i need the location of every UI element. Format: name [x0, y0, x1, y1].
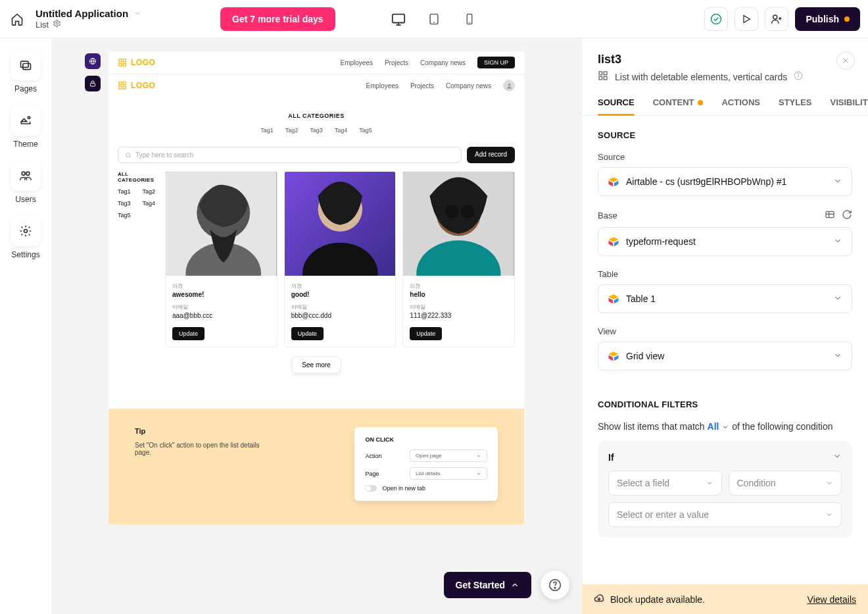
table-select[interactable]: Table 1 — [598, 284, 852, 313]
nav-label: Settings — [11, 250, 39, 259]
tag[interactable]: Tag3 — [310, 127, 323, 134]
update-button[interactable]: Update — [172, 327, 205, 340]
toggle[interactable] — [365, 485, 377, 492]
device-tablet-icon[interactable] — [425, 10, 443, 28]
tag[interactable]: Tag4 — [143, 200, 156, 207]
nav-link[interactable]: Projects — [410, 82, 434, 90]
svg-point-28 — [126, 153, 130, 157]
tip-panel: ON CLICK Action Open page Page List deta… — [354, 427, 498, 501]
nav-label: Pages — [14, 84, 37, 93]
tag[interactable]: Tag2 — [143, 188, 156, 195]
card-field-value: good! — [291, 291, 389, 298]
theme-icon — [11, 105, 41, 136]
info-icon[interactable] — [794, 71, 803, 82]
table-icon[interactable] — [825, 209, 835, 222]
update-button[interactable]: Update — [410, 327, 442, 340]
select-value: Table 1 — [626, 294, 656, 304]
update-button[interactable]: Update — [291, 327, 324, 340]
page-select[interactable]: List details — [410, 467, 487, 480]
section-heading: CONDITIONAL FILTERS — [598, 399, 852, 409]
page-name[interactable]: List — [36, 20, 49, 30]
select-value: typeform-request — [626, 236, 696, 247]
add-user-icon[interactable] — [765, 7, 788, 31]
app-title[interactable]: Untitled Application — [36, 8, 128, 19]
base-select[interactable]: typeform-request — [598, 227, 852, 256]
svg-rect-12 — [23, 64, 31, 70]
tag[interactable]: Tag3 — [118, 200, 131, 207]
svg-rect-41 — [599, 72, 602, 75]
view-select[interactable]: Grid view — [598, 342, 852, 371]
see-more-button[interactable]: See more — [292, 357, 340, 373]
nav-settings[interactable]: Settings — [11, 216, 41, 259]
device-mobile-icon[interactable] — [460, 10, 479, 28]
check-icon[interactable] — [704, 7, 728, 31]
logo-text: LOGO — [131, 81, 155, 90]
nav-users[interactable]: Users — [11, 161, 41, 204]
pages-icon — [11, 50, 41, 80]
card-field-value: bbb@ccc.ddd — [291, 312, 389, 319]
avatar-icon[interactable] — [503, 80, 515, 91]
tab-source[interactable]: SOURCE — [598, 97, 635, 115]
publish-button[interactable]: Publish — [795, 7, 860, 31]
all-categories-heading: ALL CATEGORIES — [118, 113, 515, 119]
get-started-button[interactable]: Get Started — [444, 572, 531, 598]
play-icon[interactable] — [735, 7, 758, 31]
list-card[interactable]: 의견 good! 이메일 bbb@ccc.ddd Update — [284, 171, 397, 347]
close-icon[interactable] — [836, 51, 855, 70]
device-desktop-icon[interactable] — [389, 10, 408, 28]
svg-point-27 — [508, 83, 510, 86]
nav-link[interactable]: Employees — [366, 82, 398, 90]
chevron-down-icon — [721, 423, 729, 431]
nav-theme[interactable]: Theme — [11, 105, 41, 149]
action-select[interactable]: Open page — [410, 449, 487, 462]
tag[interactable]: Tag5 — [118, 212, 131, 218]
nav-link[interactable]: Employees — [340, 59, 372, 66]
svg-point-13 — [28, 116, 30, 118]
tag[interactable]: Tag4 — [335, 127, 348, 134]
tag[interactable]: Tag1 — [260, 127, 274, 134]
list-card[interactable]: 의견 hello 이메일 111@222.333 Update — [402, 171, 515, 347]
add-record-button[interactable]: Add record — [467, 147, 515, 163]
signup-button[interactable]: SIGN UP — [477, 57, 515, 68]
nav-link[interactable]: Company news — [420, 59, 466, 66]
canvas-badge-globe-icon[interactable] — [85, 53, 101, 69]
preview-logo: LOGO — [118, 58, 155, 67]
help-button[interactable] — [541, 571, 569, 600]
nav-link[interactable]: Company news — [446, 82, 491, 90]
search-placeholder: Type here to search — [135, 151, 193, 159]
filter-condition-select[interactable]: Condition — [729, 471, 842, 496]
tag[interactable]: Tag2 — [285, 127, 299, 134]
chevron-down-icon[interactable] — [133, 8, 141, 19]
tab-styles[interactable]: STYLES — [779, 97, 812, 115]
filter-value-input[interactable]: Select or enter a value — [608, 502, 842, 527]
trial-button[interactable]: Get 7 more trial days — [220, 7, 335, 31]
nav-label: Theme — [13, 140, 37, 149]
settings-icon — [11, 216, 41, 246]
chevron-down-icon[interactable] — [832, 451, 842, 463]
nav-link[interactable]: Projects — [385, 59, 408, 66]
search-input[interactable]: Type here to search — [118, 147, 462, 163]
source-select[interactable]: Airtable - cs (usrt9gElRHBOPbWnp) #1 — [598, 167, 852, 196]
tag[interactable]: Tag5 — [359, 127, 372, 134]
svg-point-47 — [798, 74, 799, 74]
grid-icon — [598, 70, 608, 83]
list-card[interactable]: 의견 awesome! 이메일 aaa@bbb.ccc Update — [165, 171, 277, 347]
filter-match-dropdown[interactable]: All — [708, 421, 719, 432]
refresh-icon[interactable] — [842, 209, 852, 222]
card-field-label: 이메일 — [172, 303, 270, 311]
tab-content[interactable]: CONTENT — [653, 97, 704, 115]
gear-icon[interactable] — [53, 19, 61, 30]
tab-actions[interactable]: ACTIONS — [721, 97, 760, 115]
side-all-categories: ALL CATEGORIES — [118, 171, 158, 183]
tag[interactable]: Tag1 — [118, 188, 131, 195]
svg-rect-19 — [119, 59, 122, 62]
svg-rect-22 — [123, 63, 126, 66]
view-details-link[interactable]: View details — [808, 594, 856, 605]
svg-marker-59 — [609, 294, 619, 299]
tab-visibility[interactable]: VISIBILITY — [831, 97, 868, 115]
home-icon[interactable] — [8, 10, 26, 28]
filter-field-select[interactable]: Select a field — [608, 471, 722, 496]
nav-pages[interactable]: Pages — [11, 50, 41, 93]
canvas-badge-lock-icon[interactable] — [85, 76, 101, 91]
svg-point-16 — [24, 230, 28, 233]
